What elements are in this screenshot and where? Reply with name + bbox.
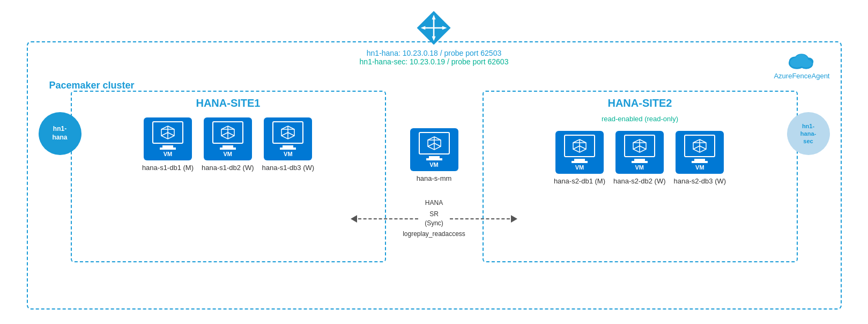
vm-card-s2-db1: VM hana-s2-db1 (M) bbox=[554, 131, 605, 185]
hana-sr-line1: HANA bbox=[425, 198, 443, 208]
cube-icon-s1-db3 bbox=[279, 124, 296, 141]
svg-line-23 bbox=[221, 132, 228, 136]
site1-box: HANA-SITE1 bbox=[71, 91, 386, 262]
cube-icon-s1-db1 bbox=[159, 124, 176, 141]
vm-name-s2-db2: hana-s2-db2 (W) bbox=[613, 177, 666, 185]
vm-icon-s2-db1: VM bbox=[555, 131, 604, 174]
pacemaker-label: Pacemaker cluster bbox=[49, 80, 135, 91]
svg-line-28 bbox=[281, 132, 288, 136]
vm-card-s2-db2: VM hana-s2-db2 (W) bbox=[613, 131, 666, 185]
svg-line-44 bbox=[640, 146, 646, 149]
pacemaker-cluster-border: Pacemaker cluster AzureFenceAgent hn1- bbox=[27, 41, 842, 310]
azure-fence-agent: AzureFenceAgent bbox=[774, 48, 829, 80]
read-enabled-label: read-enabled (read-only) bbox=[492, 115, 789, 123]
svg-line-43 bbox=[633, 146, 640, 149]
vm-icon-mm: VM bbox=[410, 128, 458, 171]
azure-fence-label: AzureFenceAgent bbox=[774, 72, 829, 80]
vip-circle-site2: hn1- hana- sec bbox=[787, 112, 830, 155]
svg-line-33 bbox=[428, 143, 434, 146]
svg-line-24 bbox=[228, 132, 234, 136]
site2-title: HANA-SITE2 bbox=[492, 97, 789, 109]
vm-card-s1-db2: VM hana-s1-db2 (W) bbox=[202, 117, 254, 172]
hana-sr-line3: logreplay_readaccess bbox=[403, 230, 465, 239]
cube-icon-s1-db2 bbox=[219, 124, 236, 141]
vm-name-s1-db1: hana-s1-db1 (M) bbox=[142, 164, 194, 172]
vm-icon-s1-db2: VM bbox=[204, 117, 252, 160]
svg-point-14 bbox=[795, 54, 808, 64]
vm-card-s1-db3: VM hana-s1-db3 (W) bbox=[262, 117, 315, 172]
site1-title: HANA-SITE1 bbox=[80, 97, 377, 109]
vm-card-s2-db3: VM hana-s2-db3 (W) bbox=[674, 131, 726, 185]
cube-icon-s2-db1 bbox=[571, 137, 588, 154]
vm-icon-s2-db2: VM bbox=[615, 131, 664, 174]
svg-line-34 bbox=[434, 143, 441, 146]
mm-vm-name: hana-s-mm bbox=[417, 174, 452, 182]
vm-icon-s1-db3: VM bbox=[264, 117, 312, 160]
svg-line-18 bbox=[161, 132, 168, 136]
azure-cloud-icon bbox=[785, 48, 818, 72]
site2-box: HANA-SITE2 read-enabled (read-only) bbox=[483, 91, 798, 262]
svg-line-49 bbox=[700, 146, 706, 149]
vm-card-s1-db1: VM hana-s1-db1 (M) bbox=[142, 117, 194, 172]
cube-icon-s2-db3 bbox=[691, 137, 708, 154]
svg-line-39 bbox=[580, 146, 586, 149]
vip-label-site1: hn1- hana bbox=[52, 125, 67, 142]
vm-name-s1-db2: hana-s1-db2 (W) bbox=[202, 164, 254, 172]
vm-name-s1-db3: hana-s1-db3 (W) bbox=[262, 164, 315, 172]
svg-line-48 bbox=[693, 146, 700, 149]
svg-line-38 bbox=[573, 146, 580, 149]
vip-circle-site1: hn1- hana bbox=[39, 112, 81, 155]
svg-line-19 bbox=[168, 132, 174, 136]
vm-name-s2-db1: hana-s2-db1 (M) bbox=[554, 177, 605, 185]
cube-icon-s2-db2 bbox=[631, 137, 648, 154]
vip-label-site2: hn1- hana- sec bbox=[800, 122, 816, 145]
vm-name-s2-db3: hana-s2-db3 (W) bbox=[674, 177, 726, 185]
middle-mm-container: VM hana-s-mm HANA SR (Sync) logreplay_re… bbox=[386, 91, 483, 239]
vm-icon-s2-db3: VM bbox=[676, 131, 724, 174]
diagram-container: hn1-hana: 10.23.0.18 / probe port 62503 … bbox=[16, 9, 852, 315]
cube-icon-mm bbox=[426, 135, 443, 152]
vm-icon-s1-db1: VM bbox=[144, 117, 192, 160]
mm-vm-card: VM hana-s-mm bbox=[410, 128, 458, 182]
svg-line-29 bbox=[288, 132, 294, 136]
hana-sr-line2: SR (Sync) bbox=[418, 210, 450, 228]
